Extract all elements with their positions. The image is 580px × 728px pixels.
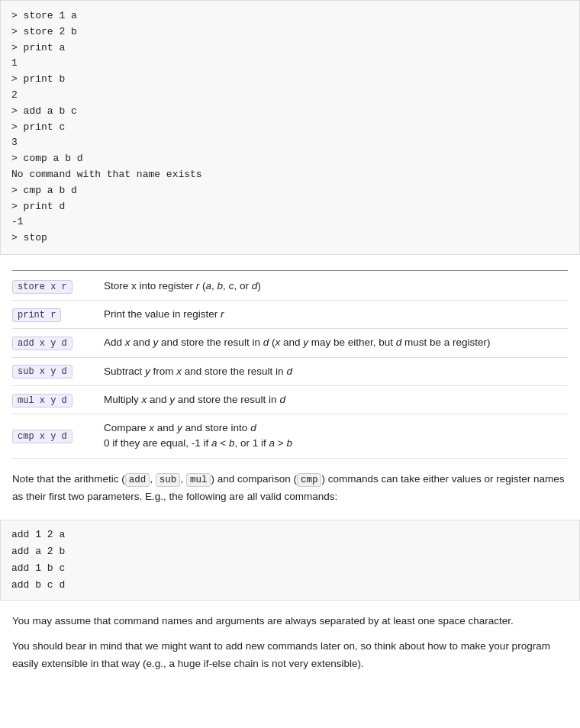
code-example-block: add 1 2 aadd a 2 badd 1 b cadd b c d [0,520,580,601]
italic-text: y [153,337,159,348]
table-row: sub x y dSubtract y from x and store the… [12,358,568,386]
command-badge: print r [12,308,61,322]
terminal-line: > comp a b d [11,151,569,167]
note-paragraph: Note that the arithmetic (add, sub, mul)… [12,471,568,506]
note-command: add [125,473,150,487]
italic-text: x [176,366,182,377]
terminal-line: No command with that name exists [11,167,569,183]
italic-text: a [269,437,276,449]
terminal-line: > print d [11,199,569,215]
italic-text: a [206,280,212,292]
italic-text: b [286,437,292,449]
description-cell: Compare x and y and store into d0 if the… [104,420,568,452]
italic-text: y [303,337,308,348]
terminal-line: 1 [11,56,569,72]
table-row: cmp x y dCompare x and y and store into … [12,414,568,459]
terminal-line: > stop [11,230,569,246]
note-command: mul [186,473,211,487]
command-table-section: store x rStore x into register r (a, b, … [0,255,580,466]
terminal-line: > print c [11,120,569,136]
code-example-line: add 1 2 a [11,527,569,543]
italic-text: x [149,422,154,433]
bottom-notes: You may assume that command names and ar… [0,608,580,688]
command-badge: add x y d [12,337,72,350]
command-cell: add x y d [12,336,104,350]
command-cell: store x r [12,279,104,294]
command-badge: cmp x y d [12,430,72,443]
description-cell: Add x and y and store the result in d (x… [104,335,568,350]
table-row: mul x y dMultiply x and y and store the … [12,386,568,414]
italic-text: d [252,280,258,292]
command-cell: mul x y d [12,393,104,407]
italic-text: y [145,366,150,377]
italic-text: a [211,437,218,449]
bottom-note-line1: You may assume that command names and ar… [12,613,568,630]
table-header [12,266,568,271]
terminal-line: > print b [11,72,569,88]
description-cell: Print the value in register r [104,307,568,322]
bottom-note-line2: You should bear in mind that we might wa… [12,638,568,673]
note-section: Note that the arithmetic (add, sub, mul)… [0,466,580,514]
command-badge: store x r [12,280,72,294]
italic-text: x [125,337,130,348]
note-command: sub [156,473,181,487]
italic-text: d [286,366,292,377]
code-example-line: add a 2 b [11,543,569,560]
italic-text: x [275,337,280,348]
terminal-line: > add a b c [11,104,569,120]
table-rows: store x rStore x into register r (a, b, … [12,272,568,459]
description-cell: Store x into register r (a, b, c, or d) [104,279,568,294]
italic-text: d [263,337,269,348]
italic-text: d [250,422,256,433]
description-cell: Subtract y from x and store the result i… [104,364,568,379]
command-badge: sub x y d [12,365,72,378]
terminal-line: > cmp a b d [11,183,569,199]
code-example-line: add b c d [11,577,569,594]
italic-text: y [169,394,175,405]
terminal-line: > print a [11,40,569,56]
italic-text: b [229,437,235,449]
table-row: store x rStore x into register r (a, b, … [12,272,568,301]
italic-text: r [196,280,200,292]
italic-text: r [221,308,224,320]
italic-text: d [279,394,285,405]
code-example-line: add 1 b c [11,560,569,577]
italic-text: y [177,422,182,433]
command-cell: print r [12,308,104,322]
terminal-line: -1 [11,214,569,230]
italic-text: d [396,337,402,348]
command-cell: cmp x y d [12,429,104,443]
table-row: add x y dAdd x and y and store the resul… [12,329,568,357]
command-cell: sub x y d [12,364,104,378]
note-cmp-command: cmp [297,473,322,487]
italic-text: x [142,394,147,405]
terminal-output: > store 1 a> store 2 b> print a1> print … [0,0,580,255]
terminal-line: 2 [11,88,569,104]
command-badge: mul x y d [12,394,72,407]
description-cell: Multiply x and y and store the result in… [104,392,568,407]
italic-text: c [229,280,234,292]
italic-text: b [218,280,224,292]
terminal-line: > store 1 a [11,8,569,24]
terminal-line: > store 2 b [11,24,569,40]
terminal-line: 3 [11,135,569,151]
table-row: print rPrint the value in register r [12,301,568,329]
